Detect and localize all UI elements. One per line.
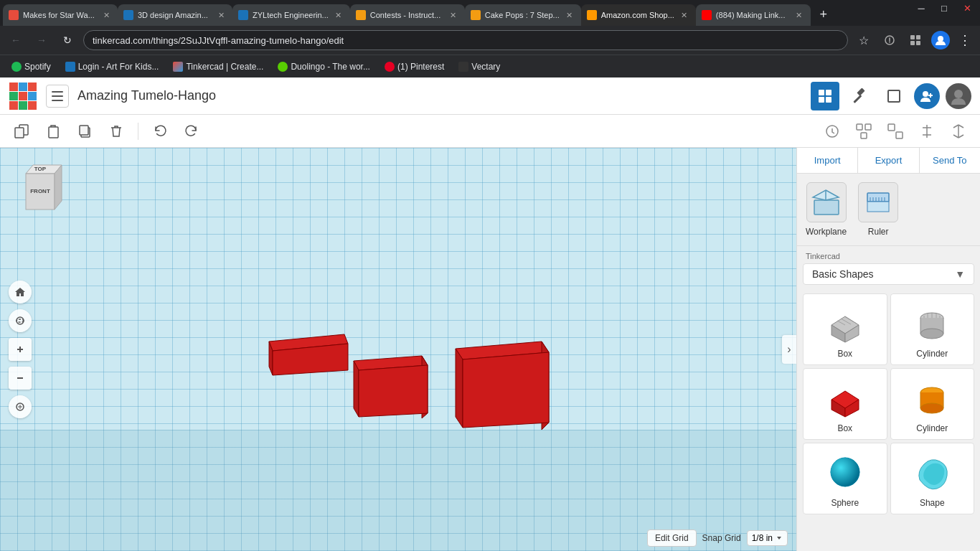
extension-button[interactable] [880,30,900,50]
extensions-manage-button[interactable] [905,30,925,50]
tinkercad-logo[interactable] [9,82,37,110]
bookmark-spotify[interactable]: Spotify [6,58,57,75]
tab-close-cake[interactable]: ✕ [564,9,575,21]
import-button[interactable]: Import [797,148,857,173]
ungroup-button[interactable] [882,118,908,144]
tab-3d[interactable]: 3D design Amazin... ✕ [118,4,232,26]
paste-button[interactable] [40,118,66,144]
minimize-button[interactable]: ─ [914,3,928,14]
bookmark-label-pinterest: (1) Pinterest [397,62,444,72]
shape-item-sphere-teal[interactable]: Sphere [803,443,887,514]
tc-canvas[interactable]: TOP FRONT [0,148,796,551]
svg-rect-15 [888,90,900,102]
bookmark-duolingo[interactable]: Duolingo - The wor... [272,58,376,75]
duplicate-button[interactable] [72,118,98,144]
tab-favicon-youtube [702,10,712,20]
svg-rect-28 [896,132,903,138]
group-button[interactable] [851,118,877,144]
bookmark-pinterest[interactable]: (1) Pinterest [379,58,450,75]
shape-item-box-red[interactable]: Box [803,368,887,440]
workplane-tool[interactable]: Workplane [806,182,847,237]
tab-makes[interactable]: Makes for Star Wa... ✕ [3,4,118,26]
snap-grid-select[interactable]: 1/8 in [747,530,788,546]
new-tab-button[interactable]: + [814,4,834,24]
project-name: Amazing Tumelo-Hango [77,88,802,103]
shape-icon-box-red [822,375,868,420]
tab-close-makes[interactable]: ✕ [100,9,112,21]
address-bar: ← → ↻ tinkercad.com/things/2SuJJtVqffl-a… [0,26,980,55]
shapes-category-dropdown[interactable]: Basic Shapes ▼ [803,263,974,285]
copy-button[interactable] [9,118,34,144]
svg-marker-42 [354,361,359,417]
tab-close-contests[interactable]: ✕ [448,9,459,21]
redo-button[interactable] [179,118,204,144]
note-button[interactable] [819,118,845,144]
tab-contests[interactable]: Contests - Instruct... ✕ [350,4,465,26]
shape-item-box-gray[interactable]: Box [803,293,887,365]
panel-section-header: Tinkercad [797,246,980,263]
tab-title-zylt: ZYLtech Engineerin... [253,11,329,19]
shape-icon-cylinder-orange [909,375,955,420]
tab-close-zylt[interactable]: ✕ [333,9,344,21]
delete-button[interactable] [103,118,129,144]
svg-rect-4 [916,41,920,45]
square-view-button[interactable] [880,82,908,110]
tab-close-3d[interactable]: ✕ [215,9,227,21]
scroll-right-arrow[interactable]: › [782,335,796,364]
workplane-svg [811,187,842,217]
bookmark-tinkercad[interactable]: Tinkercad | Create... [167,58,269,75]
bookmark-star-button[interactable]: ☆ [854,30,874,50]
maximize-button[interactable]: □ [937,3,951,14]
close-window-button[interactable]: ✕ [960,3,974,14]
svg-rect-19 [15,128,24,138]
shape-item-shape-teal[interactable]: Shape [890,443,975,514]
ruler-tool[interactable]: Ruler [858,182,898,237]
send-to-button[interactable]: Send To [920,148,980,173]
edit-grid-button[interactable]: Edit Grid [647,529,697,547]
svg-rect-13 [853,94,862,103]
add-user-button[interactable] [914,83,940,109]
undo-button[interactable] [147,118,173,144]
bookmark-favicon-spotify [11,62,22,72]
bookmark-label-duolingo: Duolingo - The wor... [291,62,370,72]
profile-icon[interactable] [931,31,950,50]
window-controls: ─ □ ✕ [914,3,974,14]
shape-label-cylinder-gray: Cylinder [916,349,948,359]
svg-rect-9 [819,90,824,95]
forward-button[interactable]: → [32,30,52,50]
shape-label-cylinder-orange: Cylinder [916,423,948,433]
svg-point-17 [954,90,963,98]
tab-close-amazon[interactable]: ✕ [679,9,690,21]
svg-rect-8 [52,100,63,101]
svg-rect-2 [916,35,920,39]
shape-box-3[interactable] [452,338,556,438]
align-button[interactable] [914,118,940,144]
export-button[interactable]: Export [858,148,918,173]
shape-item-cylinder-orange[interactable]: Cylinder [890,368,975,440]
tab-zylt[interactable]: ZYLtech Engineerin... ✕ [232,4,350,26]
chrome-menu-button[interactable]: ⋮ [956,32,974,48]
shape-item-cylinder-gray[interactable]: Cylinder [890,293,975,365]
tc-header: Amazing Tumelo-Hango [0,77,980,115]
address-input[interactable]: tinkercad.com/things/2SuJJtVqffl-amazing… [83,30,848,50]
logo-cell [19,83,27,91]
tab-youtube[interactable]: (884) Making Link... ✕ [696,4,811,26]
shape-box-1[interactable] [262,331,355,391]
flip-button[interactable] [946,118,971,144]
hamburger-menu-button[interactable] [46,85,69,108]
user-avatar[interactable] [946,83,971,109]
tab-amazon[interactable]: Amazon.com Shop... ✕ [581,4,696,26]
reload-button[interactable]: ↻ [57,30,77,50]
tab-close-youtube[interactable]: ✕ [793,9,805,21]
shape-box-2[interactable] [350,352,433,427]
svg-marker-47 [463,352,549,428]
svg-marker-43 [359,365,428,417]
grid-view-button[interactable] [811,82,839,110]
hammer-view-button[interactable] [845,82,874,110]
tab-title-amazon: Amazon.com Shop... [601,11,674,19]
tab-cake[interactable]: Cake Pops : 7 Step... ✕ [465,4,581,26]
bookmark-favicon-duolingo [278,62,288,72]
back-button[interactable]: ← [6,30,26,50]
bookmark-vectary[interactable]: Vectary [453,58,506,75]
bookmark-artforkids[interactable]: Login - Art For Kids... [60,58,165,75]
